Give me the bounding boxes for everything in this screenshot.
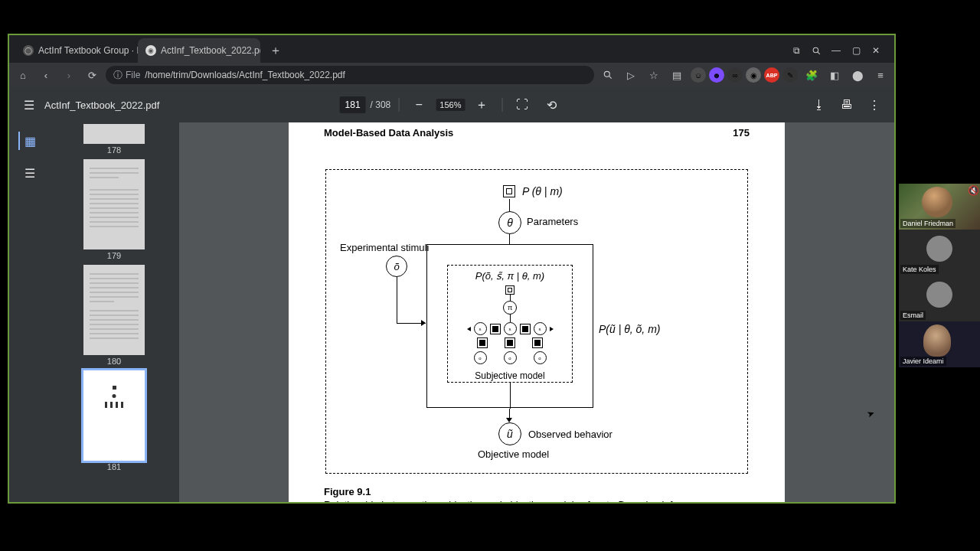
send-icon[interactable]: ▷ xyxy=(622,66,640,84)
new-tab-button[interactable]: ＋ xyxy=(265,40,286,61)
svg-point-2 xyxy=(604,71,609,77)
prior-formula: P (θ | m) xyxy=(522,185,563,197)
svg-point-0 xyxy=(813,47,818,52)
participant-name: Esmail xyxy=(900,311,926,320)
zoom-out-icon[interactable]: − xyxy=(407,93,431,117)
avatar-icon xyxy=(926,236,952,262)
thumbnail-page-179[interactable] xyxy=(83,159,145,249)
mute-icon: 🔇 xyxy=(968,185,978,196)
objective-label: Objective model xyxy=(478,448,549,460)
profile-icon[interactable]: ⬤ xyxy=(848,66,867,84)
figure-diagram: P (θ | m) θ Parameters Experimental stim… xyxy=(325,169,748,474)
pdf-page: Model-Based Data Analysis 175 P (θ | m) … xyxy=(289,122,785,502)
thumb-label: 180 xyxy=(107,357,121,366)
tab-label: ActInf Textbook Group · Fig xyxy=(38,45,138,56)
download-icon[interactable]: ⭳ xyxy=(807,93,831,117)
thumb-label: 178 xyxy=(107,145,121,155)
reload-icon[interactable]: ⟳ xyxy=(83,66,101,84)
thumbnail-column[interactable]: 178 179 180 xyxy=(49,122,179,502)
subj-prior-formula: P(õ, s̃, π | θ, m) xyxy=(448,270,572,282)
subjective-label: Subjective model xyxy=(448,370,572,381)
thumb-label: 181 xyxy=(107,462,121,471)
page-folio: 175 xyxy=(733,127,750,139)
rotate-icon[interactable]: ⟲ xyxy=(539,93,564,117)
extension-icon[interactable]: ☺ xyxy=(691,67,706,83)
figure-number: Figure 9.1 xyxy=(324,486,750,497)
svg-line-3 xyxy=(609,76,611,78)
experiment-box: P(õ, s̃, π | θ, m) π s s xyxy=(426,244,593,408)
participant-tile[interactable]: Kate Koles xyxy=(899,230,980,276)
thumbnail-page-178[interactable] xyxy=(83,124,145,144)
address-bar: ⌂ ‹ › ⟳ ⓘ File /home/trim/Downloads/ActI… xyxy=(9,63,894,87)
pdf-side-rail: ▦ ☰ xyxy=(9,122,49,502)
otilde-node: õ xyxy=(386,256,407,277)
adblock-icon[interactable]: ABP xyxy=(764,67,779,83)
likelihood-formula: P(ũ | θ, õ, m) xyxy=(599,323,660,335)
participant-tile[interactable]: Javier Ideami xyxy=(899,321,980,367)
url-input[interactable]: ⓘ File /home/trim/Downloads/ActInf_Textb… xyxy=(106,66,594,84)
extensions-button-icon[interactable]: 🧩 xyxy=(802,66,821,84)
pdf-body: ▦ ☰ 178 179 18 xyxy=(9,122,894,502)
mini-graph: π s s s xyxy=(448,285,572,362)
stimuli-label: Experimental stimuli xyxy=(340,242,429,253)
maximize-icon[interactable]: ▢ xyxy=(847,41,865,60)
participant-tile[interactable]: Daniel Friedman 🔇 xyxy=(899,184,980,230)
url-text: /home/trim/Downloads/ActInf_Textbook_202… xyxy=(145,70,345,80)
thumbnail-page-181[interactable] xyxy=(83,370,145,461)
participant-name: Daniel Friedman xyxy=(900,219,956,228)
thumbnails-icon[interactable]: ▦ xyxy=(18,132,40,150)
pdf-toolbar: ☰ ActInf_Textbook_2022.pdf / 308 − 156% … xyxy=(9,87,894,122)
forward-icon[interactable]: › xyxy=(60,66,78,84)
reader-icon[interactable]: ▤ xyxy=(668,66,686,84)
observed-label: Observed behavior xyxy=(528,429,612,440)
avatar-icon xyxy=(926,282,952,308)
extension-icon[interactable]: ∞ xyxy=(727,67,743,83)
cursor-icon: ➤ xyxy=(865,408,876,421)
outline-icon[interactable]: ☰ xyxy=(18,164,40,182)
search-tabs-icon[interactable] xyxy=(807,41,825,60)
page-viewport[interactable]: Model-Based Data Analysis 175 P (θ | m) … xyxy=(179,122,894,502)
page-number-input[interactable] xyxy=(340,96,366,113)
tab-search-icon[interactable]: ⧉ xyxy=(787,41,805,60)
subjective-model-box: P(õ, s̃, π | θ, m) π s s xyxy=(447,265,573,383)
page-total: / 308 xyxy=(371,99,391,110)
document-title: ActInf_Textbook_2022.pdf xyxy=(44,99,159,111)
extensions: ☺ ☻ ∞ ◉ ABP ✎ xyxy=(691,67,798,83)
close-window-icon[interactable]: ✕ xyxy=(867,41,885,60)
tab-actinf-group[interactable]: ◯ ActInf Textbook Group · Fig xyxy=(15,38,138,63)
sidepanel-icon[interactable]: ◧ xyxy=(825,66,844,84)
bookmark-icon[interactable]: ☆ xyxy=(645,66,663,84)
zoom-level[interactable]: 156% xyxy=(436,99,465,111)
extension-icon[interactable]: ☻ xyxy=(709,67,724,83)
sidebar-toggle-icon[interactable]: ☰ xyxy=(17,93,41,117)
extension-icon[interactable]: ◉ xyxy=(746,67,761,83)
home-icon[interactable]: ⌂ xyxy=(14,66,32,84)
minimize-icon[interactable]: ― xyxy=(827,41,845,60)
running-head: Model-Based Data Analysis xyxy=(324,127,453,139)
tab-strip: ◯ ActInf Textbook Group · Fig ◉ ActInf_T… xyxy=(9,35,894,63)
thumbnail-page-180[interactable] xyxy=(83,265,145,355)
utilde-node: ũ xyxy=(498,422,521,445)
tab-actinf-pdf[interactable]: ◉ ActInf_Textbook_2022.pdf ✕ xyxy=(138,38,260,63)
parameters-label: Parameters xyxy=(527,216,578,227)
prior-plate-icon xyxy=(503,185,515,197)
window-controls: ⧉ ― ▢ ✕ xyxy=(787,41,888,63)
zoom-in-icon[interactable]: ＋ xyxy=(469,93,494,117)
extension-icon[interactable]: ✎ xyxy=(782,67,798,83)
back-icon[interactable]: ‹ xyxy=(37,66,55,84)
tab-label: ActInf_Textbook_2022.pdf xyxy=(161,45,260,56)
svg-line-1 xyxy=(817,51,819,54)
participants-panel: Daniel Friedman 🔇 Kate Koles Esmail Javi… xyxy=(899,184,980,367)
participant-tile[interactable]: Esmail xyxy=(899,276,980,321)
figure-caption: Relationship between the subjective and … xyxy=(324,499,750,502)
pdf-favicon-icon: ◉ xyxy=(145,45,156,56)
menu-icon[interactable]: ≡ xyxy=(871,66,890,84)
theta-node: θ xyxy=(498,211,521,234)
print-icon[interactable]: 🖶 xyxy=(835,93,859,117)
participant-name: Kate Koles xyxy=(900,265,939,274)
thumb-label: 179 xyxy=(107,251,121,260)
fit-page-icon[interactable]: ⛶ xyxy=(510,93,534,117)
file-scheme-icon: ⓘ File xyxy=(113,69,140,82)
more-icon[interactable]: ⋮ xyxy=(862,93,887,117)
zoom-indicator-icon[interactable] xyxy=(599,66,617,84)
